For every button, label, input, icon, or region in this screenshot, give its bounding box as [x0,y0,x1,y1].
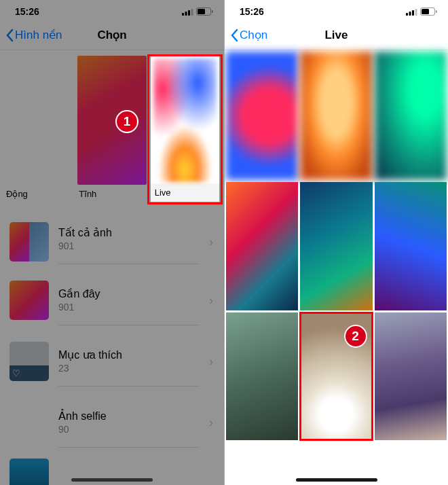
svg-rect-7 [406,13,408,16]
album-count: 901 [58,240,200,251]
status-time: 15:26 [15,6,39,17]
svg-rect-5 [198,9,205,14]
svg-rect-0 [182,13,184,16]
album-thumb [10,281,49,320]
status-icons [182,7,213,16]
svg-rect-3 [191,9,193,16]
category-label: Tĩnh [77,185,146,203]
album-title: Ảnh selfie [58,410,200,423]
wallpaper-thumb[interactable] [226,182,298,310]
svg-rect-9 [412,10,414,16]
step-badge-number: 2 [352,329,359,344]
battery-icon [196,7,213,16]
album-title: Tất cả ảnh [58,226,200,239]
album-count: 90 [58,424,200,435]
status-bar: 15:26 [0,0,224,20]
category-live[interactable]: Live [149,56,221,203]
album-count: 901 [58,302,200,312]
album-thumb [10,459,49,485]
wallpaper-category-row: Động Tĩnh Live [0,50,224,203]
back-button[interactable]: Chọn [225,28,267,42]
svg-rect-12 [422,9,429,14]
wallpaper-thumb[interactable] [375,52,447,180]
back-label: Hình nền [15,28,62,42]
category-label: Động [5,185,73,203]
home-indicator[interactable] [296,478,377,482]
battery-icon [420,7,437,16]
status-time: 15:26 [240,6,264,17]
back-button[interactable]: Hình nền [0,28,62,42]
album-thumb: ♡ [10,342,49,381]
screen-choose-wallpaper: 15:26 Hình nền Chọn Động Tĩnh Live 1 [0,0,224,485]
wallpaper-thumb[interactable] [375,182,447,310]
screen-live-wallpapers: 15:26 Chọn Live 2 [224,0,448,485]
category-thumb [5,56,73,185]
svg-rect-10 [415,9,417,16]
svg-rect-6 [212,10,213,13]
back-label: Chọn [240,28,267,42]
wallpaper-grid: 2 [225,50,448,440]
chevron-right-icon: › [209,416,216,430]
svg-rect-2 [188,10,190,16]
category-thumb [153,58,217,182]
home-indicator[interactable] [71,478,153,482]
nav-bar: Chọn Live [225,20,448,50]
wallpaper-thumb[interactable] [300,52,372,180]
step-badge-number: 1 [124,114,131,129]
chevron-left-icon [5,29,14,42]
svg-rect-1 [185,12,187,16]
album-thumb [10,222,49,262]
signal-icon [182,8,193,16]
wallpaper-thumb-selected[interactable]: 2 [300,312,372,441]
album-title: Mục ưa thích [58,348,200,361]
category-label: Live [151,183,219,202]
chevron-right-icon: › [209,293,216,308]
chevron-right-icon: › [209,355,216,369]
step-badge-1: 1 [115,110,138,133]
status-icons [406,7,437,16]
album-title: Gần đây [58,287,200,300]
album-row-selfies[interactable]: Ảnh selfie 90 › [0,392,224,453]
album-row-all[interactable]: Tất cả ảnh 901 › [0,214,224,270]
album-list: Tất cả ảnh 901 › Gần đây 901 › ♡ Mục ưa … [0,203,224,485]
heart-icon: ♡ [12,368,20,378]
chevron-left-icon [230,29,238,42]
album-row-recent[interactable]: Gần đây 901 › [0,270,224,331]
status-bar: 15:26 [225,0,448,20]
wallpaper-thumb[interactable] [375,312,447,441]
category-dynamic[interactable]: Động [3,56,75,203]
album-count: 23 [58,363,200,374]
wallpaper-thumb[interactable] [300,182,372,310]
nav-bar: Hình nền Chọn [0,20,224,50]
signal-icon [406,8,417,16]
category-static[interactable]: Tĩnh [75,56,148,203]
svg-rect-13 [436,10,437,13]
album-row-favorites[interactable]: ♡ Mục ưa thích 23 › [0,331,224,392]
wallpaper-thumb[interactable] [226,312,298,441]
chevron-right-icon: › [209,235,216,249]
step-badge-2: 2 [344,325,367,348]
wallpaper-thumb[interactable] [226,52,298,180]
svg-rect-8 [409,12,411,16]
